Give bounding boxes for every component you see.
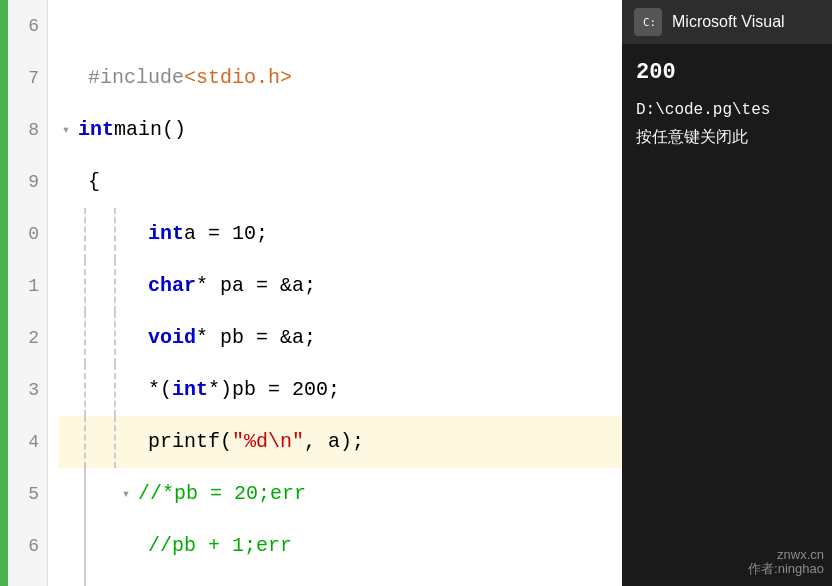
watermark-author: 作者:ninghao (748, 560, 824, 578)
terminal-close-message: 按任意键关闭此 (636, 127, 818, 148)
a-decl: a = 10; (184, 208, 268, 260)
code-line-15: ▾ //*pb = 20;err (58, 468, 632, 520)
include-header: <stdio.h> (184, 52, 292, 104)
printf-call: printf( (148, 416, 232, 468)
fold-arrow-comment[interactable]: ▾ (118, 486, 134, 502)
svg-text:C:: C: (643, 16, 656, 29)
green-indicator-bar (0, 0, 8, 586)
comment-pb2: //pb + 1;err (148, 520, 292, 572)
line-num-17: 7 (28, 572, 39, 586)
code-line-7: #include <stdio.h> (58, 52, 632, 104)
line-num-12: 2 (28, 312, 39, 364)
int-keyword: int (78, 104, 114, 156)
return-kw: return (148, 572, 220, 586)
line-num-8: 8 (28, 104, 39, 156)
terminal-body: 200 D:\code.pg\tes 按任意键关闭此 (622, 44, 832, 164)
code-line-8: ▾ int main() (58, 104, 632, 156)
line-num-6: 6 (28, 0, 39, 52)
terminal-output-value: 200 (636, 60, 818, 85)
terminal-window: C: Microsoft Visual 200 D:\code.pg\tes 按… (622, 0, 832, 586)
code-line-6 (58, 0, 632, 52)
open-brace: { (88, 156, 100, 208)
line-num-7: 7 (28, 52, 39, 104)
line-num-16: 6 (28, 520, 39, 572)
void-kw: void (148, 312, 196, 364)
pb-assign: *)pb = 200; (208, 364, 340, 416)
printf-args: , a); (304, 416, 364, 468)
code-lines: #include <stdio.h> ▾ int main() { int a … (48, 0, 632, 586)
comment-pb: //*pb = 20;err (138, 468, 306, 520)
line-num-14: 4 (28, 416, 39, 468)
deref-cast: *( (148, 364, 172, 416)
terminal-path: D:\code.pg\tes (636, 101, 818, 119)
line-num-15: 5 (28, 468, 39, 520)
line-num-10: 0 (28, 208, 39, 260)
int-cast: int (172, 364, 208, 416)
printf-format: "%d\n" (232, 416, 304, 468)
terminal-title-text: Microsoft Visual (672, 13, 785, 31)
code-line-14: printf("%d\n", a); (58, 416, 632, 468)
line-num-13: 3 (28, 364, 39, 416)
char-kw: char (148, 260, 196, 312)
terminal-titlebar: C: Microsoft Visual (622, 0, 832, 44)
code-line-12: void* pb = &a; (58, 312, 632, 364)
code-line-11: char* pa = &a; (58, 260, 632, 312)
cmd-icon: C: (639, 13, 657, 31)
include-keyword: #include (88, 52, 184, 104)
fold-arrow-main[interactable]: ▾ (58, 122, 74, 138)
code-line-16: //pb + 1;err (58, 520, 632, 572)
code-line-17: return 0; (58, 572, 632, 586)
terminal-app-icon: C: (634, 8, 662, 36)
code-line-13: *(int*)pb = 200; (58, 364, 632, 416)
pb-decl: * pb = &a; (196, 312, 316, 364)
pa-decl: * pa = &a; (196, 260, 316, 312)
line-numbers-gutter: 6 7 8 9 0 1 2 3 4 5 6 7 8 9 (8, 0, 48, 586)
line-num-9: 9 (28, 156, 39, 208)
int-kw-a: int (148, 208, 184, 260)
return-val: 0; (220, 572, 244, 586)
code-line-9: { (58, 156, 632, 208)
line-num-11: 1 (28, 260, 39, 312)
code-editor: 6 7 8 9 0 1 2 3 4 5 6 7 8 9 #include <st… (0, 0, 632, 586)
main-func: main() (114, 104, 186, 156)
code-line-10: int a = 10; (58, 208, 632, 260)
